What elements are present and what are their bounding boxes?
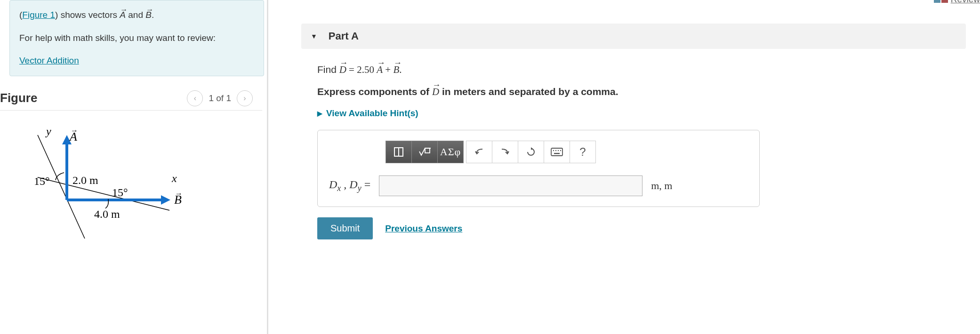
svg-rect-10 <box>425 148 430 153</box>
angle-B: 15° <box>112 186 128 199</box>
hints-label: View Available Hint(s) <box>326 108 418 119</box>
answer-input-row: Dx , Dy = m, m <box>329 175 748 196</box>
review-icon <box>934 0 940 3</box>
template-button[interactable] <box>386 141 412 163</box>
expand-icon: ▶ <box>317 110 322 117</box>
part-a-header[interactable]: ▼ Part A <box>301 24 966 49</box>
answer-input[interactable] <box>379 175 643 196</box>
intro-text-1: ) shows vectors <box>55 10 120 20</box>
svg-rect-17 <box>554 153 560 154</box>
find-label: Find <box>317 64 339 75</box>
reset-button[interactable] <box>518 141 544 163</box>
intro-and: and <box>126 10 145 20</box>
figure-nav: ‹ 1 of 1 › <box>187 90 253 106</box>
right-panel: Review ▼ Part A Find →D = 2.50 →A + →B. … <box>268 0 980 334</box>
vector-A: →A <box>120 10 126 20</box>
redo-button[interactable] <box>492 141 518 163</box>
intro-line-1: (Figure 1) shows vectors →A and →B. <box>19 9 254 22</box>
figure-title: Figure <box>0 91 37 105</box>
greek-button[interactable]: ΑΣφ <box>437 141 464 163</box>
answer-label: Dx , Dy = <box>329 178 370 193</box>
part-content: Find →D = 2.50 →A + →B. Express componen… <box>301 49 966 239</box>
left-panel: (Figure 1) shows vectors →A and →B. For … <box>0 0 268 334</box>
vector-B-2: →B <box>393 64 399 75</box>
vector-D: →D <box>339 64 346 75</box>
svg-text:→: → <box>71 127 78 135</box>
vector-addition-link[interactable]: Vector Addition <box>19 56 79 65</box>
figure-image: y x A → B → 15° 15° 2.0 m 4.0 m <box>0 111 267 256</box>
svg-marker-5 <box>161 195 170 205</box>
action-row: Submit Previous Answers <box>317 217 966 239</box>
len-B: 4.0 m <box>94 208 120 220</box>
next-figure-button[interactable]: › <box>237 90 253 106</box>
collapse-icon: ▼ <box>311 32 317 40</box>
eq-text: = 2.50 <box>346 64 377 75</box>
review-icon-2 <box>941 0 948 3</box>
svg-text:→: → <box>175 190 183 198</box>
submit-button[interactable]: Submit <box>317 217 373 239</box>
y-axis-label: y <box>45 125 51 137</box>
express-pre: Express components of <box>317 86 432 97</box>
math-toolbar: ΑΣφ ? <box>386 141 748 163</box>
vector-D-2: →D <box>432 86 439 97</box>
review-label: Review <box>951 0 980 5</box>
radical-button[interactable] <box>411 141 438 163</box>
x-axis-label: x <box>171 172 177 184</box>
figure-header: Figure ‹ 1 of 1 › <box>0 86 262 111</box>
help-button[interactable]: ? <box>570 141 596 163</box>
intro-box: (Figure 1) shows vectors →A and →B. For … <box>9 0 264 76</box>
part-title: Part A <box>329 30 359 42</box>
svg-line-1 <box>38 177 169 210</box>
view-hints-button[interactable]: ▶ View Available Hint(s) <box>317 108 966 119</box>
angle-A: 15° <box>34 175 50 187</box>
undo-button[interactable] <box>466 141 492 163</box>
vector-A-2: →A <box>377 64 383 75</box>
svg-point-16 <box>560 150 561 151</box>
svg-point-14 <box>555 150 556 151</box>
figure-link[interactable]: Figure 1 <box>22 10 55 20</box>
svg-marker-11 <box>531 147 533 150</box>
unit-label: m, m <box>651 180 672 192</box>
prev-figure-button[interactable]: ‹ <box>187 90 203 106</box>
keyboard-button[interactable] <box>544 141 570 163</box>
review-link[interactable]: Review <box>934 0 980 5</box>
svg-point-13 <box>553 150 554 151</box>
previous-answers-link[interactable]: Previous Answers <box>385 223 462 234</box>
answer-box: ΑΣφ ? <box>317 130 760 207</box>
prompt-line: Find →D = 2.50 →A + →B. <box>317 64 966 76</box>
express-post: in meters and separated by a comma. <box>439 86 618 97</box>
svg-point-15 <box>558 150 559 151</box>
len-A: 2.0 m <box>72 174 98 186</box>
express-line: Express components of →D in meters and s… <box>317 86 966 98</box>
vector-B: →B <box>145 10 152 20</box>
help-line: For help with math skills, you may want … <box>19 32 254 45</box>
svg-rect-12 <box>551 148 562 156</box>
figure-counter: 1 of 1 <box>209 93 231 103</box>
